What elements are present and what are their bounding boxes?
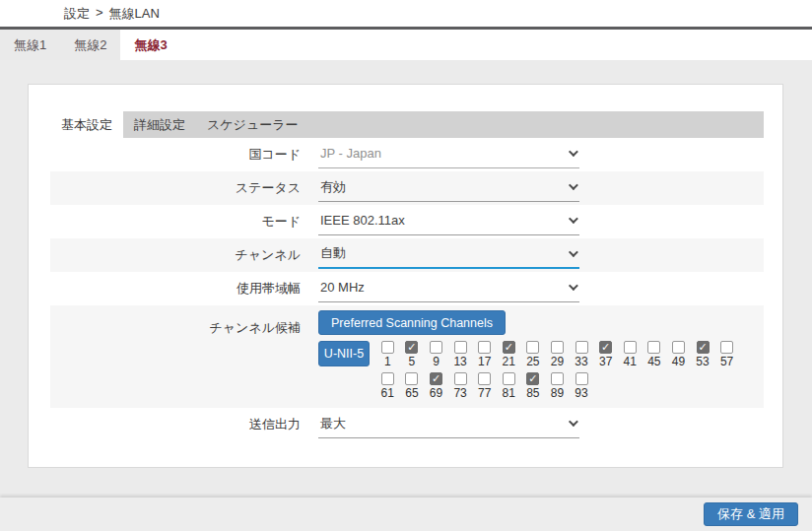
channel-checkbox[interactable]: 65: [400, 372, 425, 400]
checkbox-icon: ✓: [697, 341, 710, 354]
channel-checkbox-row-1: 1 ✓ 5 9 13 17 ✓ 21 25 29 33 ✓ 37 41: [375, 341, 739, 368]
row-country-code: 国コード JP - Japan: [50, 138, 764, 171]
channel-number: 73: [453, 386, 466, 400]
channel-checkbox[interactable]: 89: [545, 372, 570, 400]
channel-checkbox-grid: 1 ✓ 5 9 13 17 ✓ 21 25 29 33 ✓ 37 41: [375, 341, 739, 400]
checkbox-icon: ✓: [405, 341, 418, 354]
channel-checkbox[interactable]: ✓ 53: [691, 341, 715, 368]
channel-number: 25: [526, 355, 539, 368]
channel-number: 93: [575, 386, 587, 400]
channel-checkbox[interactable]: 1: [375, 341, 400, 368]
status-label: ステータス: [50, 179, 318, 197]
channel-checkbox-row-2: 61 65 ✓ 69 73 77 81 ✓ 85 89 93: [375, 372, 739, 400]
checkbox-icon: [454, 372, 467, 385]
checkbox-icon: [503, 372, 515, 385]
channel-checkbox[interactable]: ✓ 21: [497, 341, 521, 368]
row-channel: チャンネル 自動: [50, 238, 764, 272]
channel-number: 1: [384, 355, 391, 368]
tab-wireless-1[interactable]: 無線1: [0, 30, 60, 60]
channel-number: 17: [478, 355, 491, 368]
breadcrumb-separator: >: [96, 5, 103, 23]
chevron-down-icon: [569, 147, 578, 157]
chevron-down-icon: [569, 214, 578, 224]
channel-checkbox[interactable]: 25: [521, 341, 546, 368]
status-select[interactable]: 有効: [318, 174, 579, 202]
channel-checkbox[interactable]: 45: [643, 341, 667, 368]
bandwidth-select[interactable]: 20 MHz: [318, 275, 579, 302]
band-line: U-NII-5 1 ✓ 5 9 13 17 ✓ 21 25 29 33: [318, 341, 739, 400]
channel-checkbox[interactable]: ✓ 69: [424, 372, 448, 400]
channel-checkbox[interactable]: 61: [375, 372, 400, 400]
checkbox-icon: ✓: [430, 372, 442, 385]
channel-number: 45: [647, 355, 660, 368]
preferred-scanning-channels-button[interactable]: Preferred Scanning Channels: [318, 310, 506, 335]
tab-scheduler[interactable]: スケジューラー: [196, 111, 309, 138]
breadcrumb-current-page: 無線LAN: [109, 5, 160, 23]
channel-checkbox[interactable]: 49: [666, 341, 691, 368]
channel-number: 53: [696, 355, 709, 368]
row-channel-candidates: チャンネル候補 Preferred Scanning Channels U-NI…: [50, 305, 764, 408]
row-bandwidth: 使用帯域幅 20 MHz: [50, 272, 764, 305]
settings-tab-bar: 基本設定 詳細設定 スケジューラー: [50, 111, 764, 138]
chevron-down-icon: [569, 281, 578, 291]
channel-number: 61: [381, 386, 394, 400]
country-code-select[interactable]: JP - Japan: [318, 141, 579, 168]
breadcrumb-settings[interactable]: 設定: [64, 5, 90, 23]
channel-candidates-content: Preferred Scanning Channels U-NII-5 1 ✓ …: [318, 310, 739, 400]
channel-label: チャンネル: [50, 246, 318, 264]
page-header: 設定 > 無線LAN: [0, 0, 812, 30]
channel-checkbox[interactable]: 29: [545, 341, 570, 368]
channel-number: 21: [503, 355, 515, 368]
channel-checkbox[interactable]: 57: [714, 341, 739, 368]
checkbox-icon: [454, 341, 467, 354]
footer-bar: 保存 & 適用: [0, 498, 812, 531]
mode-value: IEEE 802.11ax: [320, 213, 405, 228]
tx-power-select[interactable]: 最大: [318, 411, 579, 438]
checkbox-icon: ✓: [503, 341, 515, 354]
channel-number: 77: [478, 386, 491, 400]
chevron-down-icon: [569, 417, 578, 427]
chevron-down-icon: [569, 247, 578, 257]
mode-label: モード: [50, 213, 318, 231]
status-value: 有効: [320, 178, 346, 196]
channel-checkbox[interactable]: 13: [448, 341, 473, 368]
channel-candidates-label: チャンネル候補: [50, 310, 318, 337]
channel-number: 85: [526, 386, 539, 400]
u-nii-5-button[interactable]: U-NII-5: [318, 341, 370, 366]
tx-power-value: 最大: [320, 415, 346, 432]
channel-checkbox[interactable]: 73: [448, 372, 473, 400]
checkbox-icon: [381, 372, 394, 385]
channel-checkbox[interactable]: 17: [472, 341, 497, 368]
tab-basic-settings[interactable]: 基本設定: [50, 111, 123, 138]
channel-checkbox[interactable]: 81: [497, 372, 521, 400]
checkbox-icon: [381, 341, 394, 354]
channel-number: 33: [575, 355, 587, 368]
channel-select[interactable]: 自動: [318, 241, 579, 269]
channel-checkbox[interactable]: 33: [570, 341, 594, 368]
channel-checkbox[interactable]: ✓ 85: [521, 372, 546, 400]
settings-card: 基本設定 詳細設定 スケジューラー 国コード JP - Japan ステータス …: [28, 84, 783, 468]
channel-checkbox[interactable]: 93: [570, 372, 594, 400]
checkbox-icon: [551, 341, 564, 354]
channel-checkbox[interactable]: 41: [618, 341, 643, 368]
checkbox-icon: ✓: [599, 341, 612, 354]
bandwidth-label: 使用帯域幅: [50, 280, 318, 298]
save-apply-button[interactable]: 保存 & 適用: [704, 502, 798, 526]
checkbox-icon: [672, 341, 685, 354]
tab-wireless-2[interactable]: 無線2: [60, 30, 120, 60]
chevron-down-icon: [569, 180, 578, 190]
channel-checkbox[interactable]: 9: [424, 341, 448, 368]
bandwidth-value: 20 MHz: [320, 280, 365, 295]
channel-number: 5: [409, 355, 416, 368]
checkbox-icon: [647, 341, 660, 354]
channel-value: 自動: [320, 244, 346, 262]
checkbox-icon: [430, 341, 442, 354]
mode-select[interactable]: IEEE 802.11ax: [318, 208, 579, 235]
channel-checkbox[interactable]: ✓ 5: [400, 341, 425, 368]
tab-wireless-3[interactable]: 無線3: [120, 30, 180, 60]
channel-number: 81: [503, 386, 515, 400]
tab-advanced-settings[interactable]: 詳細設定: [123, 111, 196, 138]
channel-checkbox[interactable]: 77: [472, 372, 497, 400]
channel-checkbox[interactable]: ✓ 37: [593, 341, 618, 368]
checkbox-icon: [720, 341, 733, 354]
